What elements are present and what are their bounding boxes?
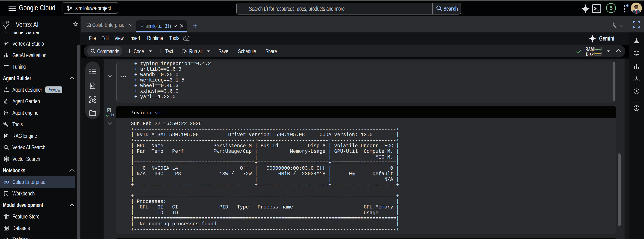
svg-text:co: co [4, 179, 9, 185]
